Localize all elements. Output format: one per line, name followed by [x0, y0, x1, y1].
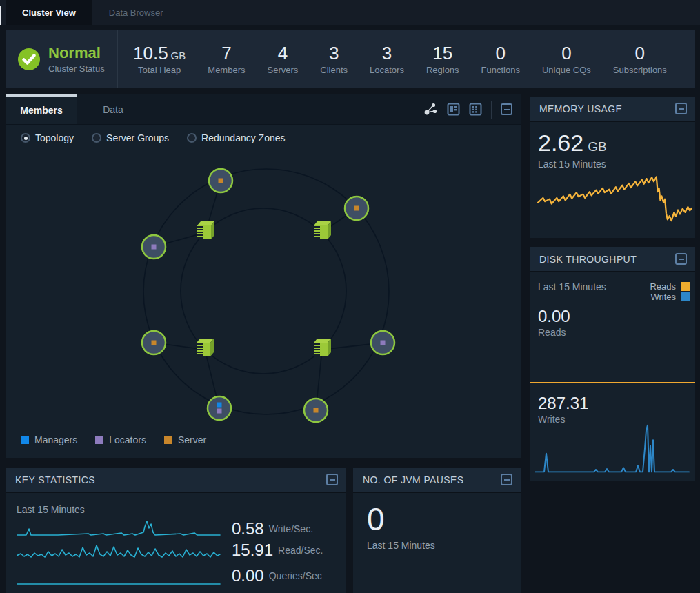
stat-functions: 0 Functions	[470, 43, 531, 76]
memory-usage-chart	[535, 174, 692, 231]
radio-server-groups[interactable]: Server Groups	[92, 132, 169, 143]
read-sparkline	[17, 540, 221, 561]
reads-swatch	[681, 282, 690, 291]
treemap-view-icon[interactable]	[447, 103, 460, 116]
collapse-disk-icon[interactable]	[675, 253, 687, 265]
view-mode-radios: Topology Server Groups Redundancy Zones	[6, 125, 521, 143]
key-statistics-panel: KEY STATISTICS Last 15 Minutes 0.58 Writ…	[6, 468, 346, 593]
stat-total-heap: 10.5GB Total Heap	[122, 43, 197, 76]
queries-sec-row: 0.00 Queries/Sec	[17, 565, 322, 586]
disk-reads-chart	[530, 381, 695, 384]
writes-value: 287.31	[538, 394, 588, 412]
panel-title: NO. OF JVM PAUSES	[363, 474, 464, 485]
legend-writes: Writes	[650, 292, 690, 302]
panel-title: MEMORY USAGE	[539, 103, 622, 114]
legend-reads: Reads	[650, 281, 690, 292]
radio-icon	[92, 133, 101, 143]
reads-value: 0.00	[538, 308, 695, 325]
write-sec-row: 0.58 Write/Sec.	[17, 519, 313, 539]
jvm-pauses-value: 0	[367, 503, 521, 536]
legend-managers: Managers	[21, 434, 77, 445]
reads-block: 0.00 Reads	[538, 308, 695, 338]
stat-members: 7 Members	[197, 43, 256, 76]
pulse-dashboard: Cluster View Data Browser Normal Cluster…	[0, 0, 700, 593]
radio-icon	[187, 133, 197, 143]
collapse-members-icon[interactable]	[501, 103, 512, 115]
period-label: Last 15 Minutes	[538, 281, 606, 302]
collapse-keystats-icon[interactable]	[326, 474, 338, 485]
reads-label: Reads	[538, 327, 695, 338]
queries-sparkline	[17, 565, 221, 586]
tab-data-browser[interactable]: Data Browser	[92, 0, 180, 25]
tab-data[interactable]: Data	[77, 94, 149, 124]
managers-swatch	[21, 436, 29, 444]
radio-topology[interactable]: Topology	[21, 132, 74, 143]
stat-regions: 15 Regions	[415, 43, 470, 76]
radio-icon	[21, 133, 30, 143]
memory-value: 2.62	[538, 130, 583, 156]
writes-swatch	[681, 292, 690, 301]
read-sec-row: 15.91 Read/Sec.	[17, 540, 323, 561]
server-swatch	[164, 436, 172, 444]
members-tab-strip: Members Data	[6, 94, 521, 125]
locators-swatch	[95, 436, 103, 444]
stat-servers: 4 Servers	[256, 43, 309, 76]
tab-members[interactable]: Members	[6, 94, 77, 124]
jvm-pauses-panel: NO. OF JVM PAUSES 0 Last 15 Minutes	[353, 468, 521, 593]
radio-redundancy-zones[interactable]: Redundancy Zones	[187, 132, 285, 143]
divider	[491, 101, 492, 119]
period-label: Last 15 Minutes	[538, 159, 695, 170]
topology-legend: Managers Locators Server	[21, 434, 206, 445]
stat-subscriptions: 0 Subscriptions	[602, 43, 678, 76]
collapse-jvm-icon[interactable]	[501, 474, 512, 485]
edge-highlight	[0, 6, 1, 25]
cluster-status: Normal Cluster Status	[6, 45, 117, 73]
legend-locators: Locators	[95, 434, 146, 445]
tab-cluster-view[interactable]: Cluster View	[6, 0, 92, 25]
collapse-memory-icon[interactable]	[675, 103, 687, 114]
memory-unit: GB	[588, 139, 606, 154]
memory-usage-panel: MEMORY USAGE 2.62GB Last 15 Minutes	[530, 97, 695, 238]
cluster-status-bar: Normal Cluster Status 10.5GB Total Heap …	[6, 30, 695, 88]
disk-throughput-panel: DISK THROUGHPUT Last 15 Minutes Reads Wr…	[530, 247, 695, 481]
disk-legend: Reads Writes	[650, 281, 690, 302]
period-label: Last 15 Minutes	[367, 540, 521, 551]
status-label: Cluster Status	[48, 63, 105, 74]
topology-view-icon[interactable]	[423, 103, 438, 116]
topology-graph[interactable]	[6, 148, 521, 432]
stat-clients: 3 Clients	[309, 43, 359, 76]
period-label: Last 15 Minutes	[17, 504, 85, 515]
panel-title: DISK THROUGHPUT	[539, 254, 637, 265]
disk-writes-chart	[535, 418, 690, 474]
cluster-stats: 10.5GB Total Heap 7 Members 4 Servers 3 …	[118, 43, 678, 76]
legend-server: Server	[164, 434, 206, 445]
status-text: Normal	[48, 45, 105, 61]
grid-view-icon[interactable]	[469, 103, 482, 116]
write-sparkline	[17, 519, 221, 539]
top-tab-bar: Cluster View Data Browser	[0, 0, 700, 25]
members-panel: Members Data	[6, 94, 521, 458]
stat-unique-cqs: 0 Unique CQs	[531, 43, 602, 76]
panel-title: KEY STATISTICS	[15, 474, 95, 485]
status-check-icon	[17, 47, 41, 72]
stat-locators: 3 Locators	[359, 43, 415, 76]
